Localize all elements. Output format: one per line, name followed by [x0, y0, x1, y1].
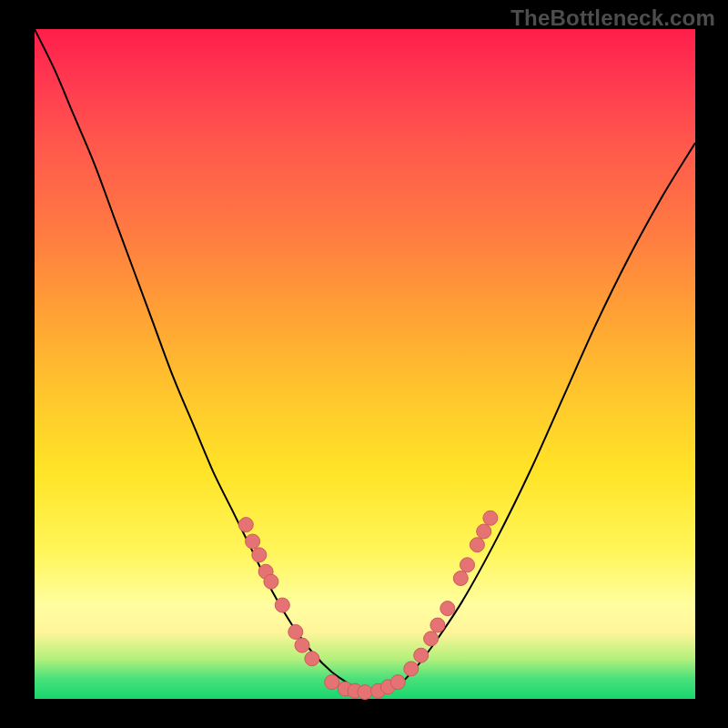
data-marker — [424, 632, 439, 646]
data-marker — [288, 624, 303, 639]
data-marker — [275, 598, 289, 612]
data-marker — [414, 648, 429, 662]
data-marker — [440, 602, 455, 616]
data-marker — [390, 675, 405, 690]
data-marker — [305, 652, 319, 666]
data-marker — [325, 675, 339, 690]
data-marker — [460, 558, 475, 572]
data-marker — [453, 571, 468, 586]
data-marker — [238, 518, 253, 532]
data-marker — [246, 534, 260, 549]
curve-markers — [238, 511, 498, 699]
data-marker — [252, 548, 267, 562]
plot-area — [35, 29, 695, 699]
data-marker — [477, 524, 491, 539]
chart-frame: TheBottleneck.com — [0, 0, 728, 728]
data-marker — [358, 685, 372, 700]
data-marker — [430, 618, 445, 632]
data-marker — [470, 538, 484, 552]
data-marker — [483, 511, 498, 525]
chart-svg — [35, 29, 695, 699]
data-marker — [404, 662, 419, 676]
bottleneck-curve — [35, 29, 695, 693]
data-marker — [264, 574, 278, 589]
data-marker — [295, 638, 309, 652]
watermark-text: TheBottleneck.com — [511, 5, 715, 31]
